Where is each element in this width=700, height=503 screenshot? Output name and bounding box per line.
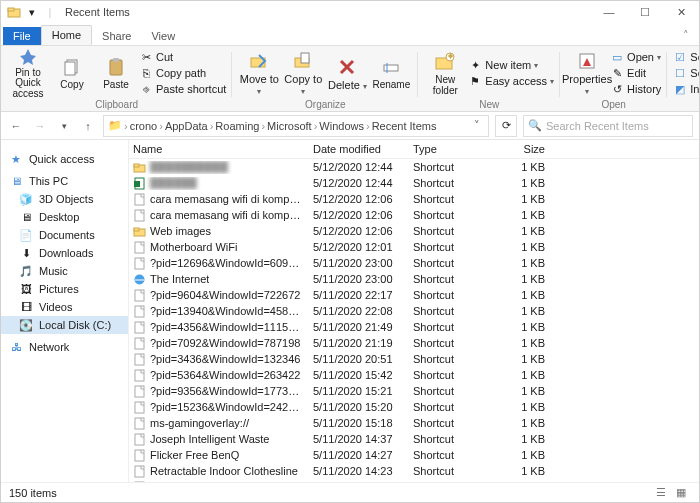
sidebar-item-7[interactable]: 💽Local Disk (C:) — [1, 316, 128, 334]
copy-to-button[interactable]: Copy to ▾ — [282, 47, 324, 99]
up-button[interactable]: ↑ — [79, 120, 97, 132]
col-name[interactable]: Name — [129, 143, 309, 155]
file-row[interactable]: Joseph Intelligent Waste5/11/2020 14:37S… — [129, 431, 699, 447]
crumb-0[interactable]: crono — [130, 120, 158, 132]
folder-icon[interactable] — [7, 5, 21, 19]
properties-icon — [575, 49, 599, 73]
sidebar-item-4[interactable]: 🎵Music — [1, 262, 128, 280]
col-date[interactable]: Date modified — [309, 143, 409, 155]
file-row[interactable]: ?pid=12696&WindowId=60964345/11/2020 23:… — [129, 255, 699, 271]
file-row[interactable]: tampilkan keyboard layar sentuh window..… — [129, 479, 699, 482]
sidebar-item-5[interactable]: 🖼Pictures — [1, 280, 128, 298]
sidebar-icon: 🖥 — [19, 210, 33, 224]
crumb-5[interactable]: Recent Items — [372, 120, 437, 132]
tab-view[interactable]: View — [141, 27, 185, 45]
file-row[interactable]: ██████████5/12/2020 12:44Shortcut1 KB — [129, 159, 699, 175]
copy-icon — [60, 55, 84, 79]
svg-rect-32 — [135, 386, 144, 397]
ribbon-collapse-button[interactable]: ˄ — [673, 26, 699, 45]
recent-locations-button[interactable]: ▾ — [55, 121, 73, 131]
sidebar-item-2[interactable]: 📄Documents — [1, 226, 128, 244]
file-row[interactable]: ?pid=13940&WindowId=45893785/11/2020 22:… — [129, 303, 699, 319]
titlebar: ▾ | Recent Items — ☐ ✕ — [1, 1, 699, 23]
svg-rect-5 — [113, 58, 119, 62]
file-date: 5/12/2020 12:06 — [309, 225, 409, 237]
file-row[interactable]: ms-gamingoverlay://5/11/2020 15:18Shortc… — [129, 415, 699, 431]
crumb-4[interactable]: Windows — [319, 120, 364, 132]
easy-access-button[interactable]: ⚑Easy access ▾ — [468, 74, 554, 88]
sidebar-this-pc[interactable]: 🖥This PC — [1, 172, 128, 190]
tab-home[interactable]: Home — [41, 25, 92, 45]
rename-button[interactable]: Rename — [370, 47, 412, 99]
move-to-icon — [247, 49, 271, 73]
file-row[interactable]: ?pid=9356&WindowId=17730905/11/2020 15:2… — [129, 383, 699, 399]
maximize-button[interactable]: ☐ — [627, 1, 663, 23]
sidebar-quick-access[interactable]: ★Quick access — [1, 150, 128, 168]
search-input[interactable] — [546, 120, 688, 132]
column-headers[interactable]: Name Date modified Type Size — [129, 140, 699, 159]
properties-button[interactable]: Properties ▾ — [566, 47, 608, 99]
svg-rect-29 — [135, 338, 144, 349]
file-row[interactable]: ?pid=7092&WindowId=7871985/11/2020 21:19… — [129, 335, 699, 351]
new-item-button[interactable]: ✦New item ▾ — [468, 58, 554, 72]
back-button[interactable]: ← — [7, 120, 25, 132]
col-size[interactable]: Size — [489, 143, 549, 155]
file-row[interactable]: Flicker Free BenQ5/11/2020 14:27Shortcut… — [129, 447, 699, 463]
file-row[interactable]: Motherboard WiFi5/12/2020 12:01Shortcut1… — [129, 239, 699, 255]
breadcrumb-dropdown[interactable]: ˅ — [470, 119, 484, 132]
sidebar-item-6[interactable]: 🎞Videos — [1, 298, 128, 316]
crumb-1[interactable]: AppData — [165, 120, 208, 132]
thumbnails-view-button[interactable]: ▦ — [671, 485, 691, 501]
tab-file[interactable]: File — [3, 27, 41, 45]
file-row[interactable]: ?pid=4356&WindowId=11154765/11/2020 21:4… — [129, 319, 699, 335]
select-all-button[interactable]: ☑Select all — [673, 50, 700, 64]
file-row[interactable]: ?pid=5364&WindowId=2634225/11/2020 15:42… — [129, 367, 699, 383]
file-row[interactable]: Retractable Indoor Clothesline5/11/2020 … — [129, 463, 699, 479]
file-icon — [133, 193, 146, 206]
refresh-button[interactable]: ⟳ — [495, 115, 517, 137]
new-folder-button[interactable]: ✦New folder — [424, 47, 466, 99]
file-row[interactable]: ?pid=9604&WindowId=7226725/11/2020 22:17… — [129, 287, 699, 303]
crumb-2[interactable]: Roaming — [215, 120, 259, 132]
svg-rect-28 — [135, 322, 144, 333]
minimize-button[interactable]: — — [591, 1, 627, 23]
copy-to-icon — [291, 49, 315, 73]
file-row[interactable]: ██████5/12/2020 12:44Shortcut1 KB — [129, 175, 699, 191]
file-size: 1 KB — [489, 305, 549, 317]
svg-rect-9 — [384, 65, 398, 71]
forward-button[interactable]: → — [31, 120, 49, 132]
open-button[interactable]: ▭Open ▾ — [610, 50, 661, 64]
history-button[interactable]: ↺History — [610, 82, 661, 96]
qat-dropdown-icon[interactable]: ▾ — [25, 5, 39, 19]
file-row[interactable]: The Internet5/11/2020 23:00Shortcut1 KB — [129, 271, 699, 287]
copy-path-button[interactable]: ⎘Copy path — [139, 66, 226, 80]
file-type: Shortcut — [409, 161, 489, 173]
delete-button[interactable]: Delete ▾ — [326, 47, 368, 99]
cut-button[interactable]: ✂Cut — [139, 50, 226, 64]
search-box[interactable]: 🔍 — [523, 115, 693, 137]
select-none-button[interactable]: ☐Select none — [673, 66, 700, 80]
col-type[interactable]: Type — [409, 143, 489, 155]
file-row[interactable]: ?pid=15236&WindowId=24265085/11/2020 15:… — [129, 399, 699, 415]
svg-rect-1 — [8, 8, 14, 11]
sidebar-item-3[interactable]: ⬇Downloads — [1, 244, 128, 262]
invert-selection-button[interactable]: ◩Invert selection — [673, 82, 700, 96]
pin-button[interactable]: Pin to Quick access — [7, 47, 49, 99]
sidebar-item-1[interactable]: 🖥Desktop — [1, 208, 128, 226]
details-view-button[interactable]: ☰ — [651, 485, 671, 501]
sidebar-network[interactable]: 🖧Network — [1, 338, 128, 356]
breadcrumb[interactable]: 📁 › crono› AppData› Roaming› Microsoft› … — [103, 115, 489, 137]
file-row[interactable]: Web images5/12/2020 12:06Shortcut1 KB — [129, 223, 699, 239]
file-row[interactable]: cara memasang wifi di komputer5/12/2020 … — [129, 207, 699, 223]
copy-button[interactable]: Copy — [51, 47, 93, 99]
close-button[interactable]: ✕ — [663, 1, 699, 23]
edit-button[interactable]: ✎Edit — [610, 66, 661, 80]
move-to-button[interactable]: Move to ▾ — [238, 47, 280, 99]
paste-shortcut-button[interactable]: ⎆Paste shortcut — [139, 82, 226, 96]
tab-share[interactable]: Share — [92, 27, 141, 45]
crumb-3[interactable]: Microsoft — [267, 120, 312, 132]
paste-button[interactable]: Paste — [95, 47, 137, 99]
sidebar-item-0[interactable]: 🧊3D Objects — [1, 190, 128, 208]
file-row[interactable]: cara memasang wifi di komputer5/12/2020 … — [129, 191, 699, 207]
file-row[interactable]: ?pid=3436&WindowId=1323465/11/2020 20:51… — [129, 351, 699, 367]
